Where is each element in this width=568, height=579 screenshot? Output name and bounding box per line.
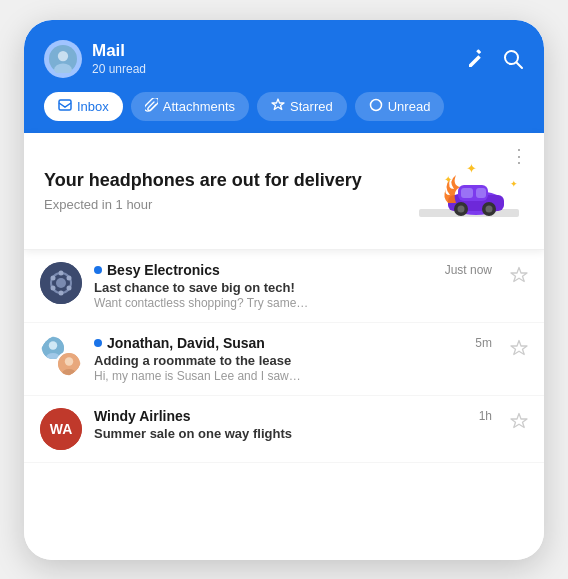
avatar (44, 40, 82, 78)
email-content: Besy Electronics Just now Last chance to… (94, 262, 492, 310)
email-header-row: Besy Electronics Just now (94, 262, 492, 278)
email-time: Just now (445, 263, 492, 277)
three-dots-icon[interactable]: ⋮ (510, 147, 528, 165)
notification-text: Your headphones are out for delivery Exp… (44, 169, 404, 213)
svg-point-28 (67, 285, 72, 290)
svg-text:✦: ✦ (444, 174, 452, 185)
svg-point-23 (59, 270, 64, 275)
sender-avatar-beesy (40, 262, 82, 304)
email-time: 5m (475, 336, 492, 350)
email-sender: Besy Electronics (94, 262, 220, 278)
tab-inbox-label: Inbox (77, 99, 109, 114)
tab-attachments[interactable]: Attachments (131, 92, 249, 121)
mail-title-area: Mail 20 unread (44, 40, 146, 78)
app-title: Mail (92, 41, 146, 61)
tab-unread[interactable]: Unread (355, 92, 445, 121)
sender-avatar-windy: WA (40, 408, 82, 450)
sender-avatar-group (40, 335, 82, 377)
tab-unread-label: Unread (388, 99, 431, 114)
svg-point-22 (56, 278, 66, 288)
notification-subtitle: Expected in 1 hour (44, 197, 404, 212)
svg-point-25 (51, 275, 56, 280)
mail-title-text: Mail 20 unread (92, 41, 146, 75)
group-avatar-2 (56, 351, 82, 377)
tab-bar: Inbox Attachments Starred (44, 92, 524, 133)
tab-attachments-label: Attachments (163, 99, 235, 114)
svg-text:WA: WA (50, 421, 73, 437)
svg-point-1 (58, 50, 68, 60)
star-button[interactable] (504, 408, 528, 430)
email-item[interactable]: Besy Electronics Just now Last chance to… (24, 250, 544, 323)
email-header-row: Windy Airlines 1h (94, 408, 492, 424)
star-icon (271, 98, 285, 115)
attachments-icon (145, 98, 158, 115)
svg-point-27 (51, 285, 56, 290)
svg-point-14 (458, 205, 465, 212)
svg-point-33 (65, 357, 73, 365)
tab-inbox[interactable]: Inbox (44, 92, 123, 121)
inbox-icon (58, 99, 72, 114)
svg-point-16 (486, 205, 493, 212)
phone-container: Mail 20 unread (24, 20, 544, 560)
unread-count: 20 unread (92, 62, 146, 76)
email-list: Besy Electronics Just now Last chance to… (24, 250, 544, 560)
search-icon[interactable] (502, 48, 524, 70)
svg-point-24 (59, 290, 64, 295)
star-button[interactable] (504, 335, 528, 357)
compose-icon[interactable] (466, 48, 488, 70)
email-header-row: Jonathan, David, Susan 5m (94, 335, 492, 351)
tab-starred-label: Starred (290, 99, 333, 114)
svg-text:✦: ✦ (510, 179, 518, 189)
svg-point-6 (370, 99, 381, 110)
svg-line-4 (517, 62, 523, 68)
svg-rect-11 (461, 188, 473, 198)
email-sender: Jonathan, David, Susan (94, 335, 265, 351)
email-sender: Windy Airlines (94, 408, 191, 424)
unread-dot (94, 339, 102, 347)
notification-title: Your headphones are out for delivery (44, 169, 404, 192)
email-subject: Summer sale on one way flights (94, 426, 492, 441)
email-content: Windy Airlines 1h Summer sale on one way… (94, 408, 492, 442)
notification-card: Your headphones are out for delivery Exp… (24, 133, 544, 250)
email-subject: Adding a roommate to the lease (94, 353, 492, 368)
car-svg: ✦ ✦ ✦ (414, 151, 524, 231)
email-item[interactable]: Jonathan, David, Susan 5m Adding a roomm… (24, 323, 544, 396)
email-preview: Want contactless shopping? Try same… (94, 296, 492, 310)
unread-icon (369, 98, 383, 115)
star-button[interactable] (504, 262, 528, 284)
svg-text:✦: ✦ (466, 161, 477, 176)
email-time: 1h (479, 409, 492, 423)
mail-top-row: Mail 20 unread (44, 40, 524, 78)
notification-image: ✦ ✦ ✦ (414, 151, 524, 231)
svg-point-30 (49, 341, 57, 349)
mail-header: Mail 20 unread (24, 20, 544, 133)
svg-point-26 (67, 275, 72, 280)
email-item[interactable]: WA Windy Airlines 1h Summer sale on one … (24, 396, 544, 463)
email-content: Jonathan, David, Susan 5m Adding a roomm… (94, 335, 492, 383)
email-preview: Hi, my name is Susan Lee and I saw… (94, 369, 492, 383)
header-icons (466, 48, 524, 70)
tab-starred[interactable]: Starred (257, 92, 347, 121)
svg-rect-12 (476, 188, 486, 198)
unread-dot (94, 266, 102, 274)
email-subject: Last chance to save big on tech! (94, 280, 492, 295)
